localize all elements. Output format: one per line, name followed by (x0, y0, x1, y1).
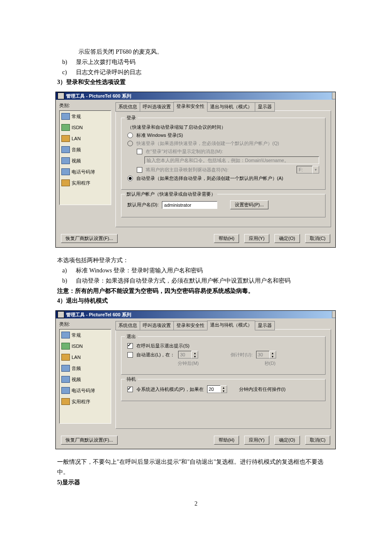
close-icon[interactable] (332, 92, 335, 99)
after-shot1-intro: 本选项包括两种登录方式： (57, 255, 335, 266)
chevron-up-icon: ▲ (192, 351, 198, 355)
warning-note: 注意：所有的用户都不能设置为空密码，因为空密码容易使系统感染病毒。 (57, 286, 335, 296)
list-text: 标准 Windows 登录：登录时需输入用户名和密码 (76, 266, 203, 276)
tab-call-options[interactable]: 呼叫选项设置 (140, 321, 174, 330)
standby-tail: 分钟内没有任何操作(I) (239, 386, 285, 393)
checkbox-label: 令系统进入待机模式(P)，如果在 (136, 386, 204, 393)
dialog-button-row: 恢复厂商默认设置(F)... 帮助(H) 应用(Y) 确定(O) 取消(C) (56, 231, 335, 247)
restore-defaults-button[interactable]: 恢复厂商默认设置(F)... (61, 234, 118, 243)
group-legend: 待机 (125, 376, 138, 382)
radio-label: 快速登录（如果选择快速登录，您必须创建一个默认的用户帐户）(Q) (136, 140, 279, 147)
category-item[interactable]: ISDN (60, 341, 111, 352)
after-shot2-text: 一般情况下，不要勾上"在呼叫后显示退出提示"和"自动退出"复选框。进行待机模式的… (57, 457, 335, 477)
category-item[interactable]: ISDN (60, 122, 111, 133)
category-item[interactable]: 音频 (60, 363, 111, 374)
chevron-up-icon: ▲ (270, 351, 276, 355)
chevron-down-icon: ▼ (270, 355, 276, 358)
set-password-button[interactable]: 设置密码(P)... (230, 200, 268, 209)
list-marker: b) (62, 57, 70, 67)
app-icon (58, 311, 64, 318)
checkbox-standby[interactable] (127, 387, 133, 392)
username-label: 默认用户名(D): (127, 202, 159, 208)
app-icon (58, 92, 64, 99)
tab-panel: 退出 在呼叫后显示退出提示(S) 自动退出(L)，在： 30 ▲▼ (115, 329, 331, 429)
chevron-down-icon: ▼ (221, 389, 227, 393)
tab-exit-standby[interactable]: 退出与待机（模式） (207, 102, 255, 112)
category-item[interactable]: 音频 (60, 144, 111, 155)
screenshot-login-security: 管理工具 - PictureTel 600 系列 类别: 常规 ISDN LAN… (55, 92, 336, 248)
username-input[interactable]: administrator (162, 201, 217, 209)
checkbox-auto-exit[interactable] (127, 352, 133, 358)
ok-button[interactable]: 确定(O) (274, 436, 300, 445)
category-label: 类别: (59, 102, 111, 109)
chevron-down-icon: ▼ (312, 166, 319, 173)
checkbox-map-drive (137, 167, 142, 173)
group-standby: 待机 令系统进入待机模式(P)，如果在 20 ▲▼ 分钟内没有任何操作(I) (121, 379, 326, 401)
heading-5: 5)显示器 (57, 477, 335, 488)
tab-exit-standby[interactable]: 退出与待机（模式） (207, 321, 255, 330)
custom-message-input: 输入您本人的用户名和口令。包括域名，例如：Domain\Username。 (144, 156, 319, 164)
countdown-seconds-stepper: 30 ▲▼ (256, 351, 276, 358)
group-exit: 退出 在呼叫后显示退出提示(S) 自动退出(L)，在： 30 ▲▼ (121, 336, 326, 375)
category-item[interactable]: 视频 (60, 155, 111, 166)
radio-label: 标准 Windows 登录(S) (136, 132, 183, 139)
list-text: 日志文件记录呼叫的日志 (76, 67, 141, 78)
group-login: 登录 （快速登录和自动登录缩短了启动会议的时间） 标准 Windows 登录(S… (121, 118, 326, 190)
heading-3: 3）登录和安全性选项设置 (57, 77, 335, 87)
window-title: 管理工具 - PictureTel 600 系列 (66, 312, 131, 318)
apply-button[interactable]: 应用(Y) (244, 436, 269, 445)
checkbox-show-exit-prompt[interactable] (127, 343, 133, 349)
tab-display[interactable]: 显示器 (255, 102, 275, 112)
category-item[interactable]: 电话号码簿 (60, 166, 111, 177)
list-text: 显示上次拨打电话号码 (76, 57, 135, 67)
tab-call-options[interactable]: 呼叫选项设置 (140, 102, 174, 112)
tab-strip: 系统信息 呼叫选项设置 登录和安全性 退出与待机（模式） 显示器 (115, 320, 331, 330)
chevron-down-icon: ▼ (192, 355, 198, 358)
ok-button[interactable]: 确定(O) (274, 234, 300, 243)
titlebar: 管理工具 - PictureTel 600 系列 (56, 311, 335, 318)
standby-minutes-stepper[interactable]: 20 ▲▼ (207, 385, 227, 393)
checkbox-label: 在呼叫后显示退出提示(S) (136, 343, 190, 349)
category-list[interactable]: 常规 ISDN LAN 音频 视频 电话号码簿 实用程序 (59, 110, 111, 205)
category-list[interactable]: 常规 ISDN LAN 音频 视频 电话号码簿 实用程序 (59, 329, 111, 424)
tab-login-security[interactable]: 登录和安全性 (173, 321, 208, 330)
group-default-user: 默认用户帐户（快速登录或自动登录需要） 默认用户名(D): administra… (121, 194, 326, 217)
dialog-button-row: 恢复厂商默认设置(F)... 帮助(H) 应用(Y) 确定(O) 取消(C) (56, 433, 335, 449)
category-item[interactable]: 实用程序 (60, 396, 111, 407)
tab-panel: 登录 （快速登录和自动登录缩短了启动会议的时间） 标准 Windows 登录(S… (115, 110, 331, 227)
category-item[interactable]: 常规 (60, 330, 111, 341)
page-number: 2 (57, 500, 335, 507)
restore-defaults-button[interactable]: 恢复厂商默认设置(F)... (61, 436, 118, 445)
apply-button[interactable]: 应用(Y) (244, 234, 269, 243)
radio-auto-login[interactable] (127, 176, 133, 181)
radio-label: 自动登录（如果您选择自动登录，则必须创建一个默认的用户帐户）(A) (136, 175, 283, 182)
list-item: c) 日志文件记录呼叫的日志 (62, 67, 335, 78)
cancel-button[interactable]: 取消(C) (305, 234, 330, 243)
help-button[interactable]: 帮助(H) (214, 436, 239, 445)
countdown-unit: 秒(D) (265, 360, 276, 367)
tab-sysinfo[interactable]: 系统信息 (115, 321, 140, 330)
auto-exit-minutes-stepper: 30 ▲▼ (178, 351, 198, 358)
category-item[interactable]: LAN (60, 352, 111, 363)
category-item[interactable]: LAN (60, 133, 111, 144)
close-icon[interactable] (332, 311, 335, 318)
category-label: 类别: (59, 321, 111, 327)
group-legend: 默认用户帐户（快速登录或自动登录需要） (125, 191, 217, 197)
group-legend: 登录 (125, 115, 138, 121)
line-after-answer: 示应答后关闭 PT680 的麦克风。 (57, 47, 335, 57)
category-item[interactable]: 常规 (60, 111, 111, 122)
radio-windows-login[interactable] (127, 133, 133, 138)
list-item: a) 标准 Windows 登录：登录时需输入用户名和密码 (62, 266, 335, 276)
category-item[interactable]: 电话号码簿 (60, 385, 111, 396)
tab-display[interactable]: 显示器 (255, 321, 275, 330)
category-item[interactable]: 视频 (60, 374, 111, 385)
tab-sysinfo[interactable]: 系统信息 (115, 102, 140, 112)
tab-strip: 系统信息 呼叫选项设置 登录和安全性 退出与待机（模式） 显示器 (115, 101, 331, 111)
list-text: 自动登录：如果选择自动登录方式，必须在默认用户帐户中设置默认用户名和密码 (76, 276, 291, 286)
checkbox-label: 在"登录"对话框中显示定制的消息(M): (146, 148, 223, 155)
tab-login-security[interactable]: 登录和安全性 (173, 102, 208, 111)
help-button[interactable]: 帮助(H) (214, 234, 239, 243)
screenshot-exit-standby: 管理工具 - PictureTel 600 系列 类别: 常规 ISDN LAN… (55, 310, 336, 449)
cancel-button[interactable]: 取消(C) (305, 436, 330, 445)
category-item[interactable]: 实用程序 (60, 177, 111, 188)
